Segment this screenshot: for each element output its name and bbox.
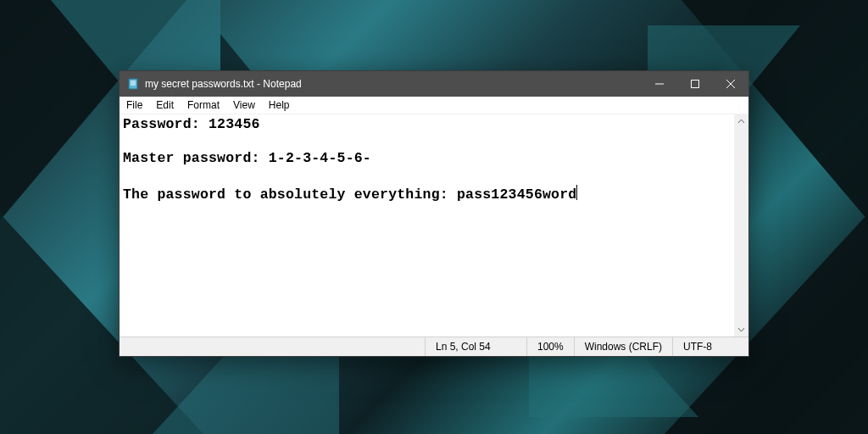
content-wrap: Password: 123456 Master password: 1-2-3-… [120, 114, 748, 337]
status-encoding: UTF-8 [672, 337, 748, 356]
maximize-button[interactable] [677, 71, 713, 97]
close-button[interactable] [713, 71, 748, 97]
scroll-down-button[interactable] [734, 322, 748, 337]
minimize-button[interactable] [642, 71, 677, 97]
notepad-window: my secret passwords.txt - Notepad File E… [119, 70, 749, 357]
menu-format[interactable]: Format [181, 97, 226, 113]
menu-view[interactable]: View [226, 97, 262, 113]
status-cursor-position: Ln 5, Col 54 [425, 337, 526, 356]
menu-help[interactable]: Help [262, 97, 297, 113]
window-title: my secret passwords.txt - Notepad [145, 78, 302, 90]
menu-file[interactable]: File [120, 97, 149, 113]
text-line: The password to absolutely everything: p… [123, 186, 576, 203]
statusbar: Ln 5, Col 54 100% Windows (CRLF) UTF-8 [120, 337, 748, 356]
desktop-background: my secret passwords.txt - Notepad File E… [0, 0, 868, 434]
status-line-ending: Windows (CRLF) [574, 337, 672, 356]
text-line: Password: 123456 [123, 116, 260, 132]
text-line: Master password: 1-2-3-4-5-6- [123, 150, 371, 166]
svg-rect-5 [692, 81, 699, 88]
titlebar[interactable]: my secret passwords.txt - Notepad [120, 71, 748, 97]
scrollbar-track[interactable] [734, 129, 748, 322]
svg-rect-0 [129, 79, 137, 89]
menu-edit[interactable]: Edit [149, 97, 181, 113]
menubar: File Edit Format View Help [120, 97, 748, 114]
notepad-icon [126, 77, 140, 91]
text-caret [576, 185, 577, 200]
scroll-up-button[interactable] [734, 114, 748, 129]
text-area[interactable]: Password: 123456 Master password: 1-2-3-… [120, 114, 734, 337]
status-zoom: 100% [526, 337, 574, 356]
vertical-scrollbar[interactable] [734, 114, 748, 337]
